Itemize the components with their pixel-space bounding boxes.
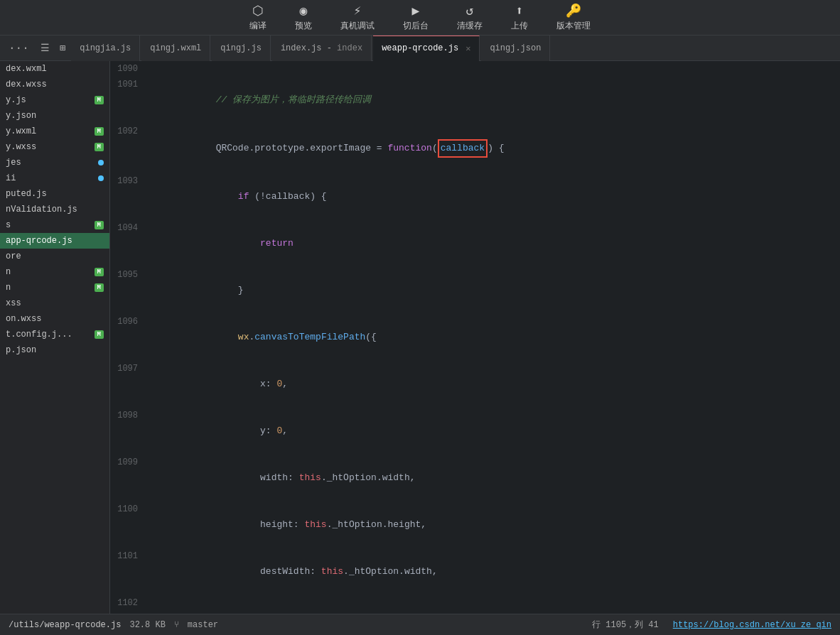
- sidebar-item-label: y.wxml: [6, 126, 36, 136]
- tab-label: index.js - index: [281, 43, 362, 53]
- sidebar-item-label: xss: [6, 298, 21, 308]
- toolbar-clear-cache[interactable]: ↺ 清缓存: [457, 3, 483, 32]
- tab-index-js[interactable]: index.js - index: [272, 36, 372, 61]
- toolbar-background[interactable]: ▶ 切后台: [403, 3, 429, 32]
- version-icon: 🔑: [566, 3, 581, 18]
- statusbar-path: /utils/weapp-qrcode.js: [9, 620, 121, 630]
- tab-label: qingjia.js: [80, 43, 131, 53]
- modified-badge: M: [95, 283, 104, 292]
- sidebar-item-s[interactable]: s M: [0, 217, 109, 233]
- sidebar-item-label: ore: [6, 251, 21, 261]
- main-layout: dex.wxml dex.wxss y.js M y.json y.wxml M…: [0, 61, 840, 614]
- line-content: if (!callback) {: [149, 173, 840, 220]
- sidebar-item-puted-js[interactable]: puted.js: [0, 186, 109, 202]
- sidebar-item-ii[interactable]: ii: [0, 170, 109, 186]
- line-number: 1100: [110, 501, 149, 517]
- git-icon: ⑂: [174, 620, 179, 630]
- sidebar-item-jes[interactable]: jes: [0, 155, 109, 170]
- sidebar-item-on-wxss[interactable]: on.wxss: [0, 311, 109, 327]
- clear-cache-label: 清缓存: [457, 20, 483, 32]
- compile-label: 编译: [249, 20, 266, 32]
- sidebar-item-dex-wxml[interactable]: dex.wxml: [0, 61, 109, 77]
- line-content: width: this._htOption.width,: [149, 455, 840, 501]
- tab-label: qingj.wxml: [150, 43, 201, 53]
- sidebar-item-label: y.json: [6, 111, 36, 121]
- tab-qingj-json[interactable]: qingj.json: [481, 36, 550, 61]
- code-line-1100: 1100 height: this._htOption.height,: [110, 501, 840, 548]
- statusbar-branch: master: [188, 620, 218, 630]
- code-editor[interactable]: 1090 1091 // 保存为图片，将临时路径传给回调 1092 QRCode…: [110, 61, 840, 614]
- toolbar-debug[interactable]: ⚡ 真机调试: [340, 3, 375, 32]
- line-number: 1094: [110, 220, 149, 236]
- sidebar-item-ore[interactable]: ore: [0, 249, 109, 264]
- sidebar-item-p-json[interactable]: p.json: [0, 342, 109, 358]
- line-number: 1096: [110, 314, 149, 330]
- line-number: 1101: [110, 548, 149, 564]
- toolbar-compile[interactable]: ⬡ 编译: [249, 3, 266, 32]
- code-line-1101: 1101 destWidth: this._htOption.width,: [110, 548, 840, 595]
- sidebar-item-label: puted.js: [6, 189, 47, 199]
- sidebar-item-config[interactable]: t.config.j... M: [0, 327, 109, 342]
- line-number: 1097: [110, 361, 149, 376]
- line-content: wx.canvasToTempFilePath({: [149, 314, 840, 361]
- toolbar-version[interactable]: 🔑 版本管理: [556, 3, 591, 32]
- sidebar-item-label: ii: [6, 173, 16, 183]
- dot-indicator: [98, 175, 104, 181]
- sidebar-item-n1[interactable]: n M: [0, 264, 109, 280]
- tab-weapp-qrcode-js[interactable]: weapp-qrcode.js ✕: [373, 36, 480, 61]
- dot-indicator: [98, 160, 104, 165]
- sidebar-item-y-js[interactable]: y.js M: [0, 92, 109, 108]
- code-line-1094: 1094 return: [110, 220, 840, 267]
- clear-cache-icon: ↺: [466, 3, 474, 18]
- modified-badge: M: [95, 221, 104, 229]
- line-number: 1091: [110, 77, 149, 92]
- modified-badge: M: [95, 268, 104, 276]
- tab-close-button[interactable]: ✕: [465, 43, 470, 54]
- sidebar-item-label: dex.wxml: [6, 64, 47, 74]
- code-line-1091: 1091 // 保存为图片，将临时路径传给回调: [110, 77, 840, 124]
- line-content: }: [149, 267, 840, 314]
- code-line-1098: 1098 y: 0,: [110, 408, 840, 455]
- tab-menu-dots[interactable]: ···: [3, 42, 35, 55]
- tab-label: qingj.json: [490, 43, 541, 53]
- tab-split-icon[interactable]: ⊞: [55, 42, 70, 54]
- tab-qingjia-js[interactable]: qingjia.js: [71, 36, 140, 61]
- sidebar-item-y-wxss[interactable]: y.wxss M: [0, 139, 109, 155]
- sidebar: dex.wxml dex.wxss y.js M y.json y.wxml M…: [0, 61, 110, 614]
- sidebar-item-label: nValidation.js: [6, 205, 77, 215]
- compile-icon: ⬡: [252, 3, 264, 18]
- tab-qingj-js[interactable]: qingj.js: [212, 36, 271, 61]
- sidebar-item-dex-wxss[interactable]: dex.wxss: [0, 77, 109, 92]
- sidebar-item-nvalidation-js[interactable]: nValidation.js: [0, 202, 109, 217]
- sidebar-item-label: y.wxss: [6, 142, 36, 152]
- modified-badge: M: [95, 330, 104, 339]
- code-line-1102: 1102 destHeight: this._htOption.height,: [110, 595, 840, 614]
- line-content: QRCode.prototype.exportImage = function(…: [149, 124, 840, 173]
- preview-icon: ◉: [300, 3, 308, 18]
- comment-span: // 保存为图片，将临时路径传给回调: [193, 94, 371, 105]
- tab-label: weapp-qrcode.js: [382, 43, 458, 53]
- background-label: 切后台: [403, 20, 429, 32]
- tab-list-icon[interactable]: ☰: [36, 42, 54, 54]
- tabbar: ··· ☰ ⊞ qingjia.js qingj.wxml qingj.js i…: [0, 36, 840, 61]
- toolbar-upload[interactable]: ⬆ 上传: [511, 3, 528, 32]
- line-number: 1090: [110, 61, 149, 77]
- statusbar-link[interactable]: https://blog.csdn.net/xu_ze_qin: [673, 620, 831, 630]
- sidebar-item-n2[interactable]: n M: [0, 280, 109, 295]
- line-number: 1099: [110, 455, 149, 470]
- statusbar-right: 行 1105，列 41 https://blog.csdn.net/xu_ze_…: [592, 619, 831, 631]
- code-line-1092: 1092 QRCode.prototype.exportImage = func…: [110, 124, 840, 173]
- debug-label: 真机调试: [340, 20, 375, 32]
- sidebar-item-label: s: [6, 220, 11, 230]
- upload-icon: ⬆: [516, 3, 524, 18]
- sidebar-item-xss[interactable]: xss: [0, 295, 109, 311]
- line-number: 1102: [110, 595, 149, 611]
- sidebar-item-y-wxml[interactable]: y.wxml M: [0, 124, 109, 139]
- sidebar-item-y-json[interactable]: y.json: [0, 108, 109, 124]
- toolbar-preview[interactable]: ◉ 预览: [295, 3, 312, 32]
- toolbar: ⬡ 编译 ◉ 预览 ⚡ 真机调试 ▶ 切后台 ↺ 清缓存 ⬆ 上传 🔑 版本管理: [0, 0, 840, 36]
- sidebar-item-app-qrcode-js[interactable]: app-qrcode.js: [0, 233, 109, 249]
- tab-qingj-wxml[interactable]: qingj.wxml: [141, 36, 210, 61]
- statusbar-left: /utils/weapp-qrcode.js 32.8 KB ⑂ master: [9, 620, 578, 630]
- callback-highlight: callback: [438, 139, 488, 158]
